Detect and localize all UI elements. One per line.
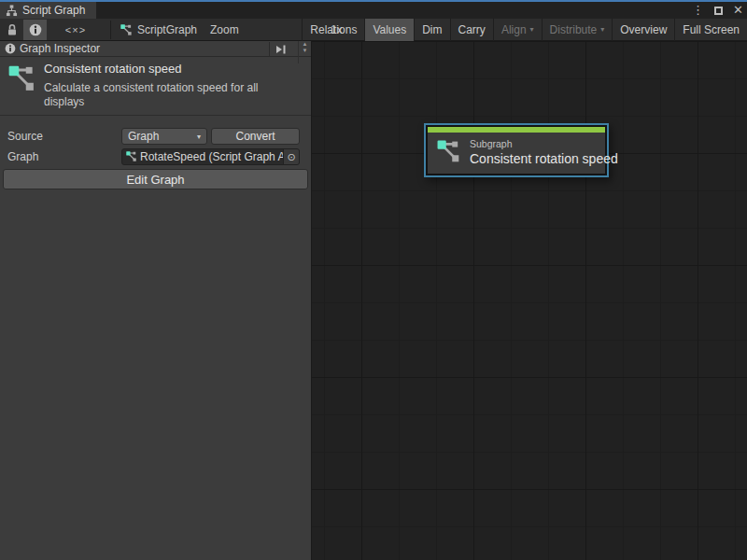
inspector-header: Graph Inspector ▲ ▼ [0,41,311,57]
toggle-label: Values [373,19,406,41]
source-dropdown[interactable]: Graph ▾ [121,128,207,145]
script-graph-window: Script Graph ⋮ ✕ <×> ScriptGraph Zoom 1x [0,0,747,560]
script-graph-icon [120,24,133,36]
toggle-values[interactable]: Values [364,19,414,41]
source-label: Source [7,130,43,143]
tab-script-graph[interactable]: Script Graph [0,2,96,19]
inspector-title: Graph Inspector [20,42,100,55]
dropdown-arrow-icon: ▾ [600,19,604,41]
toggle-label: Full Screen [683,19,740,41]
subgraph-icon [8,65,36,93]
titlebar: Script Graph ⋮ ✕ [0,0,747,19]
info-icon [5,43,16,54]
info-icon [29,23,42,36]
graph-name-label: ScriptGraph [137,19,197,41]
script-graph-asset-icon [126,151,137,162]
graph-summary-title: Consistent rotation speed [44,62,181,76]
dock-right-icon [275,44,287,55]
toggle-label: Overview [620,19,667,41]
node-title: Consistent rotation speed [470,151,618,166]
graph-object-value: RotateSpeed (Script Graph A [140,150,283,163]
source-dropdown-value: Graph [128,130,197,143]
toggle-label: Align [501,19,527,41]
toolbar-divider [110,21,111,39]
code-view-button[interactable]: <×> [58,20,93,40]
graph-inspector-panel: Graph Inspector ▲ ▼ Consistent rotation … [0,41,312,560]
toggle-overview[interactable]: Overview [612,19,674,41]
graph-canvas[interactable]: Subgraph Consistent rotation speed [312,41,747,560]
graph-object-field[interactable]: RotateSpeed (Script Graph A ⊙ [121,148,300,165]
convert-button[interactable]: Convert [211,128,300,145]
toggle-label: Relations [310,19,357,41]
node-text: Subgraph Consistent rotation speed [470,138,618,166]
toggle-carry[interactable]: Carry [450,19,493,41]
toggle-full-screen[interactable]: Full Screen [674,19,747,41]
lock-button[interactable] [2,20,22,40]
window-menu-icon[interactable]: ⋮ [692,2,704,19]
toolbar: <×> ScriptGraph Zoom 1x Relations Values… [0,19,747,41]
edit-graph-button-label: Edit Graph [126,173,184,187]
subgraph-icon [437,140,461,164]
scroll-up-icon[interactable]: ▲ [303,41,308,48]
toggle-label: Dim [422,19,442,41]
toolbar-toggle-group: Relations Values Dim Carry Align ▾ Distr… [302,19,747,41]
subgraph-node[interactable]: Subgraph Consistent rotation speed [424,123,609,177]
dock-inspector-button[interactable] [274,43,289,55]
edit-graph-button[interactable]: Edit Graph [3,169,308,189]
toggle-dim[interactable]: Dim [414,19,449,41]
toggle-label: Carry [458,19,486,41]
code-view-icon: <×> [65,24,86,35]
toggle-relations[interactable]: Relations [302,19,364,41]
dropdown-arrow-icon: ▾ [530,19,534,41]
graph-summary-description: Calculate a consistent rotation speed fo… [44,81,300,109]
node-body: Subgraph Consistent rotation speed [428,133,605,174]
dropdown-arrow-icon: ▾ [197,133,201,141]
graph-icon-wrap [119,20,134,40]
lock-icon [7,23,18,36]
window-maximize-icon[interactable] [714,7,723,15]
tab-label: Script Graph [22,4,85,17]
scroll-down-icon[interactable]: ▼ [303,48,308,54]
zoom-label: Zoom [210,19,239,41]
node-type-label: Subgraph [470,138,618,149]
header-divider [269,42,270,56]
graph-summary: Consistent rotation speed Calculate a co… [0,57,311,116]
toggle-align[interactable]: Align ▾ [493,19,542,41]
window-close-icon[interactable]: ✕ [733,2,743,19]
window-controls: ⋮ ✕ [692,2,743,19]
toggle-label: Distribute [550,19,598,41]
toggle-distribute[interactable]: Distribute ▾ [542,19,613,41]
convert-button-label: Convert [235,130,275,143]
object-picker-icon[interactable]: ⊙ [283,149,299,164]
inspector-toggle-button[interactable] [23,20,47,40]
graph-field-label: Graph [7,150,38,163]
graph-hierarchy-icon [6,5,18,17]
